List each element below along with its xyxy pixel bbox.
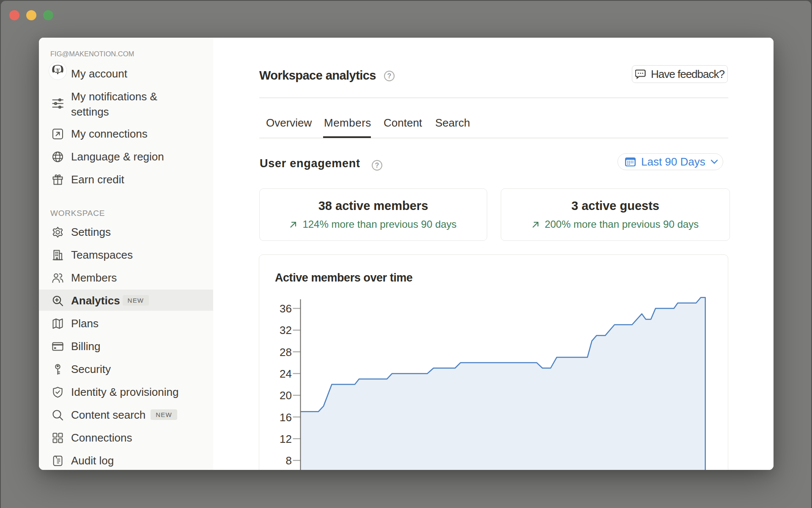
svg-text:20: 20: [280, 389, 292, 402]
svg-text:16: 16: [280, 411, 292, 424]
svg-text:36: 36: [280, 302, 292, 315]
svg-text:8: 8: [286, 454, 292, 467]
svg-text:12: 12: [280, 433, 292, 445]
svg-text:32: 32: [280, 324, 292, 337]
svg-text:28: 28: [280, 346, 292, 359]
svg-text:24: 24: [280, 367, 292, 380]
